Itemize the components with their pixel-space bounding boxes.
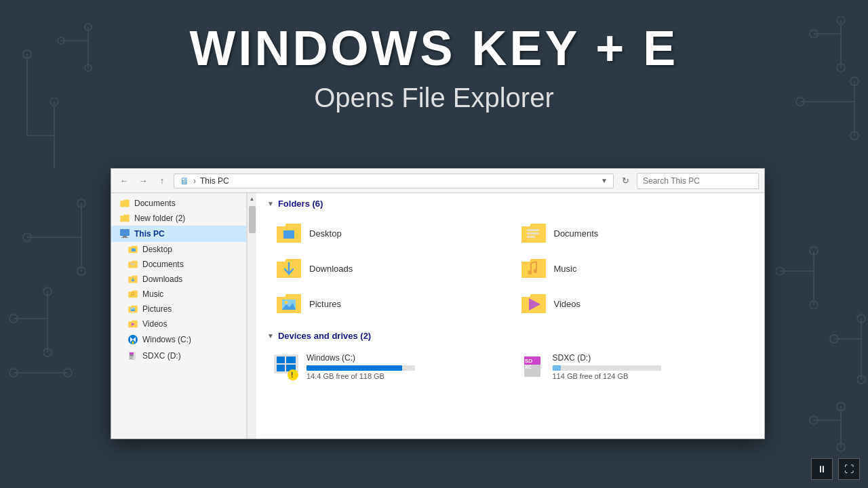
devices-grid: ! Windows (C:) 14.4 GB free of 118 GB xyxy=(267,349,753,384)
svg-point-58 xyxy=(132,308,133,310)
drive-c-info: Windows (C:) 14.4 GB free of 118 GB xyxy=(307,353,502,380)
folder-item-music[interactable]: Music xyxy=(512,252,754,285)
back-button[interactable]: ← xyxy=(117,174,132,188)
svg-rect-79 xyxy=(277,365,285,371)
documents-folder-icon xyxy=(520,222,547,244)
sidebar-item-this-pc[interactable]: This PC xyxy=(111,226,246,242)
path-separator: › xyxy=(193,176,196,186)
folder-item-desktop[interactable]: Desktop xyxy=(267,217,509,249)
pause-button[interactable]: ⏸ xyxy=(811,458,833,480)
svg-point-42 xyxy=(857,375,865,384)
folder-label: Desktop xyxy=(309,228,342,239)
svg-point-7 xyxy=(23,233,31,241)
sidebar-item-label: Windows (C:) xyxy=(142,335,191,344)
svg-point-36 xyxy=(810,247,818,255)
devices-section: ▼ Devices and drives (2) xyxy=(267,331,753,384)
address-path[interactable]: 🖥 › This PC ▼ xyxy=(174,174,614,188)
sidebar-item-label: Documents xyxy=(142,260,184,269)
videos-folder-icon xyxy=(520,293,547,314)
drive-d-bar-container xyxy=(553,365,661,371)
folder-label: Downloads xyxy=(309,264,353,274)
svg-point-45 xyxy=(810,416,818,424)
sidebar-item-documents[interactable]: Documents xyxy=(111,257,246,272)
sidebar-item-music[interactable]: Music xyxy=(111,287,246,302)
sidebar-container: Documents New folder (2) Thi xyxy=(111,193,256,439)
svg-point-9 xyxy=(77,267,85,275)
drive-d-icon-large: SD XC xyxy=(519,353,546,380)
sidebar-scrollbar[interactable]: ▲ xyxy=(247,193,256,439)
sidebar-item-newfolder[interactable]: New folder (2) xyxy=(111,211,246,226)
drive-d-bar-fill xyxy=(553,365,561,371)
drive-item-d[interactable]: SD XC SDXC (D:) 114 GB free of 124 GB xyxy=(513,349,754,384)
sidebar-item-documents-top[interactable]: Documents xyxy=(111,196,246,211)
scroll-thumb[interactable] xyxy=(249,206,256,233)
downloads-folder-icon xyxy=(275,258,302,279)
svg-point-17 xyxy=(64,369,72,377)
folders-chevron-icon: ▼ xyxy=(267,200,274,207)
drive-d-info: SDXC (D:) 114 GB free of 124 GB xyxy=(553,353,749,380)
sidebar-item-desktop[interactable]: Desktop xyxy=(111,242,246,257)
svg-point-14 xyxy=(43,287,52,296)
sidebar-item-downloads[interactable]: Downloads xyxy=(111,272,246,287)
presentation-controls: ⏸ ⛶ xyxy=(811,458,860,480)
svg-point-13 xyxy=(9,314,18,323)
folders-header-text: Folders (6) xyxy=(278,199,323,209)
svg-rect-77 xyxy=(277,357,285,363)
sidebar-item-label: Desktop xyxy=(142,245,172,254)
search-input[interactable] xyxy=(637,173,759,189)
svg-text:SD: SD xyxy=(525,358,532,364)
folder-item-pictures[interactable]: Pictures xyxy=(267,287,509,320)
pc-icon xyxy=(119,228,130,239)
folder-icon xyxy=(119,214,130,222)
svg-point-46 xyxy=(837,403,845,411)
subtitle: Opens File Explorer xyxy=(0,83,868,113)
folder-label: Documents xyxy=(554,228,599,239)
svg-rect-49 xyxy=(123,236,127,237)
folder-item-documents[interactable]: Documents xyxy=(512,217,754,249)
folder-icon xyxy=(127,275,138,283)
svg-rect-48 xyxy=(120,229,130,236)
sidebar-item-label: Music xyxy=(142,289,163,299)
sidebar-item-label: Downloads xyxy=(142,274,182,284)
sidebar-item-sdxc-d[interactable]: SD XC SDXC (D:) xyxy=(111,348,246,364)
sidebar-item-videos[interactable]: Videos xyxy=(111,317,246,331)
folder-icon xyxy=(127,290,138,298)
drive-c-icon-large: ! xyxy=(273,353,300,380)
svg-point-40 xyxy=(830,335,838,343)
sidebar-item-label: Documents xyxy=(134,199,176,208)
content-area: ▼ Folders (6) Desktop xyxy=(256,193,764,439)
sidebar-item-windows-c[interactable]: Windows (C:) xyxy=(111,331,246,348)
folder-icon xyxy=(127,260,138,268)
drive-item-c[interactable]: ! Windows (C:) 14.4 GB free of 118 GB xyxy=(267,349,508,384)
drive-c-name: Windows (C:) xyxy=(307,353,502,363)
svg-point-47 xyxy=(837,443,845,451)
path-dropdown-icon[interactable]: ▼ xyxy=(601,177,608,184)
folder-item-downloads[interactable]: Downloads xyxy=(267,252,509,285)
pictures-folder-icon xyxy=(275,293,302,314)
drive-c-bar-container xyxy=(307,365,415,371)
svg-point-15 xyxy=(43,348,52,357)
sidebar-item-label: SDXC (D:) xyxy=(142,351,181,361)
sidebar-item-label: Videos xyxy=(142,319,167,329)
svg-point-8 xyxy=(77,199,85,207)
image-button[interactable]: ⛶ xyxy=(838,458,860,480)
svg-text:XC: XC xyxy=(525,365,532,369)
svg-point-54 xyxy=(131,295,132,296)
svg-point-55 xyxy=(133,294,134,296)
forward-button[interactable]: → xyxy=(136,174,151,188)
sidebar-item-pictures[interactable]: Pictures xyxy=(111,302,246,317)
image-icon: ⛶ xyxy=(844,464,854,474)
svg-point-35 xyxy=(776,267,784,275)
music-folder-icon xyxy=(520,258,547,279)
svg-text:XC: XC xyxy=(130,357,134,360)
scroll-up-arrow[interactable]: ▲ xyxy=(248,195,256,203)
svg-point-74 xyxy=(285,301,288,304)
explorer-body: Documents New folder (2) Thi xyxy=(111,193,764,439)
drive-c-free: 14.4 GB free of 118 GB xyxy=(307,372,502,380)
drive-d-free: 114 GB free of 124 GB xyxy=(553,372,749,380)
folder-item-videos[interactable]: Videos xyxy=(512,287,754,320)
up-button[interactable]: ↑ xyxy=(155,174,170,188)
svg-point-71 xyxy=(533,269,537,273)
svg-rect-53 xyxy=(130,264,135,265)
refresh-button[interactable]: ↻ xyxy=(618,174,633,188)
